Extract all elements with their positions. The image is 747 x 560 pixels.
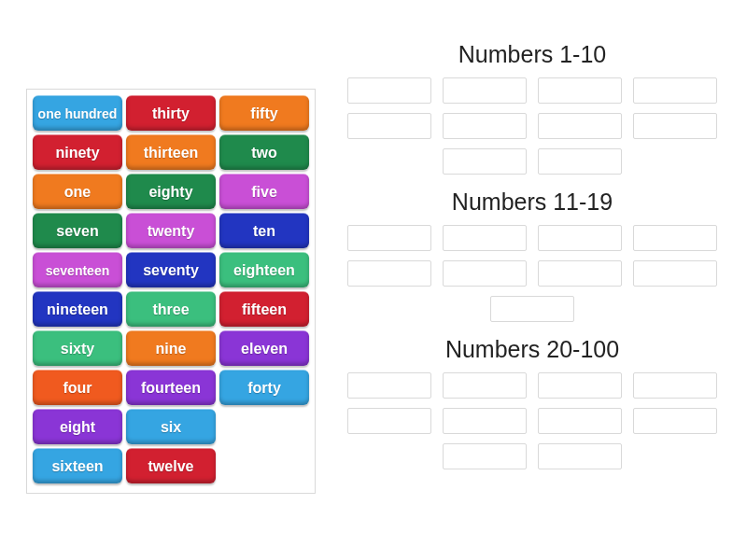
tile-fourteen[interactable]: fourteen xyxy=(126,370,216,405)
tile-three[interactable]: three xyxy=(126,291,216,327)
drop-slot[interactable] xyxy=(538,260,622,287)
drop-slot[interactable] xyxy=(633,260,717,287)
drop-slot[interactable] xyxy=(538,225,622,251)
drop-zone[interactable] xyxy=(336,77,728,175)
tile-fifty[interactable]: fifty xyxy=(219,95,309,131)
drop-slot[interactable] xyxy=(347,260,431,287)
tile-eighteen[interactable]: eighteen xyxy=(219,252,309,287)
tile-seven[interactable]: seven xyxy=(33,213,122,248)
tile-twenty[interactable]: twenty xyxy=(126,213,216,248)
drop-slot[interactable] xyxy=(347,372,431,399)
groups-column: Numbers 1-10Numbers 11-19Numbers 20-100 xyxy=(336,37,728,483)
tile-ninety[interactable]: ninety xyxy=(33,134,122,170)
drop-slot[interactable] xyxy=(443,260,527,287)
drop-slot[interactable] xyxy=(633,225,717,251)
drop-zone[interactable] xyxy=(336,372,728,469)
tile-forty[interactable]: forty xyxy=(219,370,309,405)
tile-thirteen[interactable]: thirteen xyxy=(126,134,216,170)
tile-one-hundred[interactable]: one hundred xyxy=(33,95,122,131)
drop-slot[interactable] xyxy=(538,113,622,139)
drop-slot[interactable] xyxy=(538,372,622,399)
tile-sixteen[interactable]: sixteen xyxy=(33,448,122,483)
drop-slot[interactable] xyxy=(347,77,431,104)
tile-thirty[interactable]: thirty xyxy=(126,95,216,131)
tile-eighty[interactable]: eighty xyxy=(126,174,216,209)
drop-slot[interactable] xyxy=(347,408,431,434)
drop-slot[interactable] xyxy=(443,113,527,139)
drop-slot[interactable] xyxy=(538,408,622,434)
stage: one hundredthirtyfiftyninetythirteentwoo… xyxy=(0,0,747,560)
drop-slot[interactable] xyxy=(347,113,431,139)
drop-slot[interactable] xyxy=(538,77,622,104)
tile-one[interactable]: one xyxy=(33,174,122,209)
drop-slot[interactable] xyxy=(633,113,717,139)
drop-slot[interactable] xyxy=(633,408,717,434)
tile-twelve[interactable]: twelve xyxy=(126,448,216,483)
drop-slot[interactable] xyxy=(538,443,622,469)
tile-six[interactable]: six xyxy=(126,409,216,444)
drop-slot[interactable] xyxy=(443,372,527,399)
tile-four[interactable]: four xyxy=(33,370,122,405)
tile-eleven[interactable]: eleven xyxy=(219,330,309,366)
tile-two[interactable]: two xyxy=(219,134,309,170)
drop-slot[interactable] xyxy=(633,372,717,399)
drop-zone[interactable] xyxy=(336,225,728,322)
drop-slot[interactable] xyxy=(443,443,527,469)
drop-slot[interactable] xyxy=(443,408,527,434)
group-title: Numbers 20-100 xyxy=(336,336,728,363)
drop-slot[interactable] xyxy=(443,77,527,104)
drop-slot[interactable] xyxy=(490,296,574,322)
tile-sixty[interactable]: sixty xyxy=(33,330,122,366)
tiles-panel: one hundredthirtyfiftyninetythirteentwoo… xyxy=(26,89,316,494)
tile-five[interactable]: five xyxy=(219,174,309,209)
tile-eight[interactable]: eight xyxy=(33,409,122,444)
drop-slot[interactable] xyxy=(443,225,527,251)
tile-ten[interactable]: ten xyxy=(219,213,309,248)
tile-fifteen[interactable]: fifteen xyxy=(219,291,309,327)
drop-slot[interactable] xyxy=(538,148,622,175)
tile-seventy[interactable]: seventy xyxy=(126,252,216,287)
tile-nine[interactable]: nine xyxy=(126,330,216,366)
group-title: Numbers 1-10 xyxy=(336,41,728,68)
tile-seventeen[interactable]: seventeen xyxy=(33,252,122,287)
drop-slot[interactable] xyxy=(347,225,431,251)
tile-nineteen[interactable]: nineteen xyxy=(33,291,122,327)
group-title: Numbers 11-19 xyxy=(336,189,728,216)
drop-slot[interactable] xyxy=(443,148,527,175)
drop-slot[interactable] xyxy=(633,77,717,104)
